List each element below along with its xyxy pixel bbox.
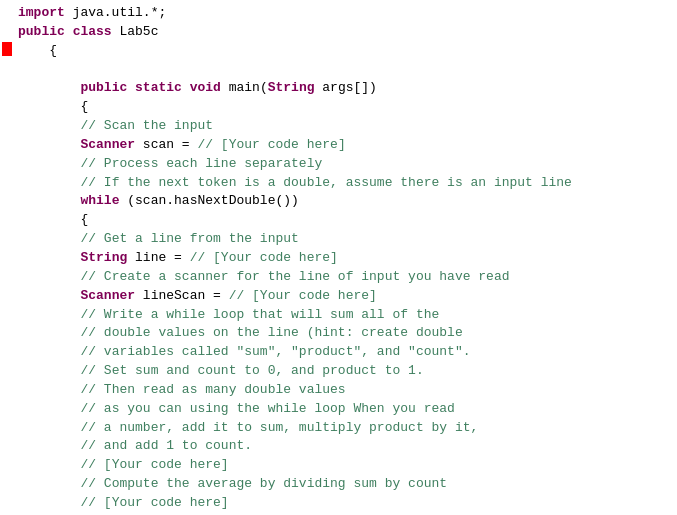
line-content: import java.util.*;: [14, 4, 673, 23]
normal-token: [18, 307, 80, 322]
type-token: String: [268, 80, 315, 95]
line-gutter: [0, 42, 14, 56]
normal-token: [18, 193, 80, 208]
type-token: Scanner: [80, 288, 135, 303]
code-line: // Set sum and count to 0, and product t…: [0, 362, 677, 381]
line-content: {: [14, 42, 673, 61]
code-line: // a number, add it to sum, multiply pro…: [0, 419, 677, 438]
line-content: // Write a while loop that will sum all …: [14, 306, 673, 325]
normal-token: [18, 250, 80, 265]
normal-token: [18, 118, 80, 133]
line-content: // double values on the line (hint: crea…: [14, 324, 673, 343]
line-content: // Process each line separately: [14, 155, 673, 174]
normal-token: lineScan =: [135, 288, 229, 303]
comment-token: // double values on the line (hint: crea…: [80, 325, 462, 340]
code-line: Scanner lineScan = // [Your code here]: [0, 287, 677, 306]
normal-token: {: [18, 99, 88, 114]
normal-token: line =: [127, 250, 189, 265]
line-content: // Create a scanner for the line of inpu…: [14, 268, 673, 287]
comment-token: // Compute the average by dividing sum b…: [80, 476, 447, 491]
comment-token: // Create a scanner for the line of inpu…: [80, 269, 509, 284]
comment-token: // Scan the input: [80, 118, 213, 133]
code-line: // variables called "sum", "product", an…: [0, 343, 677, 362]
type-token: Scanner: [80, 137, 135, 152]
code-line: // Create a scanner for the line of inpu…: [0, 268, 677, 287]
code-line: // [Your code here]: [0, 456, 677, 475]
normal-token: args[]): [315, 80, 377, 95]
code-line: {: [0, 211, 677, 230]
normal-token: [18, 137, 80, 152]
code-line: Scanner scan = // [Your code here]: [0, 136, 677, 155]
normal-token: [18, 401, 80, 416]
line-content: {: [14, 211, 673, 230]
normal-token: [65, 24, 73, 39]
normal-token: [18, 438, 80, 453]
code-line: import java.util.*;: [0, 4, 677, 23]
kw-token: void: [190, 80, 221, 95]
error-marker: [2, 42, 12, 56]
code-line: // Process each line separately: [0, 155, 677, 174]
code-line: while (scan.hasNextDouble()): [0, 192, 677, 211]
code-line: [0, 61, 677, 80]
normal-token: [18, 231, 80, 246]
code-line: // as you can using the while loop When …: [0, 400, 677, 419]
normal-token: [18, 457, 80, 472]
comment-token: // Then read as many double values: [80, 382, 345, 397]
comment-token: // as you can using the while loop When …: [80, 401, 454, 416]
code-line: {: [0, 98, 677, 117]
line-content: // Then read as many double values: [14, 381, 673, 400]
code-line: // If the next token is a double, assume…: [0, 174, 677, 193]
normal-token: Lab5c: [112, 24, 159, 39]
kw-token: class: [73, 24, 112, 39]
normal-token: scan =: [135, 137, 197, 152]
comment-token: // Get a line from the input: [80, 231, 298, 246]
code-line: {: [0, 42, 677, 61]
normal-token: [18, 325, 80, 340]
normal-token: (scan.hasNextDouble()): [119, 193, 298, 208]
normal-token: [18, 269, 80, 284]
code-line: // Get a line from the input: [0, 230, 677, 249]
code-line: String line = // [Your code here]: [0, 249, 677, 268]
normal-token: [18, 175, 80, 190]
code-line: public static void main(String args[]): [0, 79, 677, 98]
kw-token: static: [135, 80, 182, 95]
comment-token: // [Your code here]: [80, 457, 228, 472]
normal-token: {: [18, 43, 57, 58]
code-editor: import java.util.*;public class Lab5c { …: [0, 0, 677, 515]
code-line: // [Your code here]: [0, 494, 677, 513]
comment-token: // If the next token is a double, assume…: [80, 175, 571, 190]
normal-token: [18, 344, 80, 359]
comment-token: // a number, add it to sum, multiply pro…: [80, 420, 478, 435]
normal-token: main(: [221, 80, 268, 95]
code-line: // Compute the average by dividing sum b…: [0, 475, 677, 494]
line-content: // [Your code here]: [14, 494, 673, 513]
line-content: while (scan.hasNextDouble()): [14, 192, 673, 211]
normal-token: [127, 80, 135, 95]
line-content: // and add 1 to count.: [14, 437, 673, 456]
line-content: Scanner lineScan = // [Your code here]: [14, 287, 673, 306]
kw-token: import: [18, 5, 65, 20]
comment-token: // Process each line separately: [80, 156, 322, 171]
normal-token: java.util.*;: [65, 5, 166, 20]
normal-token: [18, 80, 80, 95]
code-line: // and add 1 to count.: [0, 437, 677, 456]
normal-token: [18, 363, 80, 378]
code-line: // Scan the input: [0, 117, 677, 136]
normal-token: [18, 476, 80, 491]
code-lines: import java.util.*;public class Lab5c { …: [0, 4, 677, 515]
line-content: public class Lab5c: [14, 23, 673, 42]
line-content: // a number, add it to sum, multiply pro…: [14, 419, 673, 438]
comment-token: // [Your code here]: [197, 137, 345, 152]
line-content: {: [14, 98, 673, 117]
code-line: // double values on the line (hint: crea…: [0, 324, 677, 343]
line-content: // as you can using the while loop When …: [14, 400, 673, 419]
line-content: String line = // [Your code here]: [14, 249, 673, 268]
comment-token: // [Your code here]: [80, 495, 228, 510]
code-line: // Then read as many double values: [0, 381, 677, 400]
line-content: public static void main(String args[]): [14, 79, 673, 98]
normal-token: [182, 80, 190, 95]
comment-token: // and add 1 to count.: [80, 438, 252, 453]
line-content: Scanner scan = // [Your code here]: [14, 136, 673, 155]
kw-token: while: [80, 193, 119, 208]
line-content: // [Your code here]: [14, 456, 673, 475]
